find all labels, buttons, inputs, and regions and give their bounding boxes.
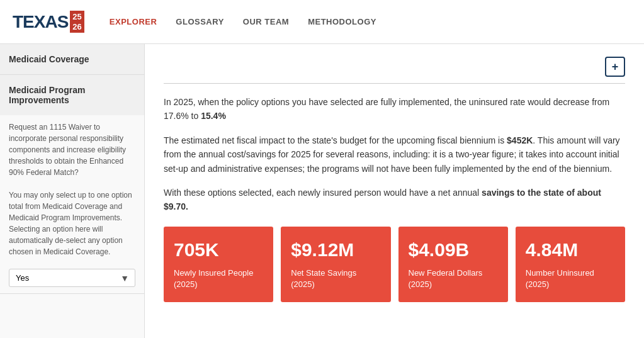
highlight-fiscal: $452K <box>507 135 533 145</box>
sidebar: Medicaid Coverage Medicaid Program Impro… <box>0 44 145 338</box>
paragraph-1-text: In 2025, when the policy options you hav… <box>164 97 609 121</box>
nav-our-team[interactable]: OUR TEAM <box>243 17 289 26</box>
nav-explorer[interactable]: EXPLORER <box>110 17 157 26</box>
stat-value-0: 705K <box>174 239 263 260</box>
paragraph-2-prefix: The estimated net fiscal impact to the s… <box>164 135 507 145</box>
stat-value-3: 4.84M <box>526 239 615 260</box>
stat-value-2: $4.09B <box>409 239 498 260</box>
logo-year: 2526 <box>70 11 84 33</box>
main-layout: Medicaid Coverage Medicaid Program Impro… <box>0 44 644 338</box>
improvements-select[interactable]: Yes No <box>9 269 135 287</box>
main-nav: EXPLORER GLOSSARY OUR TEAM METHODOLOGY <box>110 17 376 26</box>
stat-label-2: New Federal Dollars (2025) <box>409 268 498 290</box>
nav-methodology[interactable]: METHODOLOGY <box>308 17 376 26</box>
stat-card-0: 705K Newly Insured People (2025) <box>164 227 273 302</box>
paragraph-2: The estimated net fiscal impact to the s… <box>164 133 625 176</box>
stat-card-3: 4.84M Number Uninsured (2025) <box>516 227 625 302</box>
stat-value-1: $9.12M <box>291 239 380 260</box>
header: TEXAS 2526 EXPLORER GLOSSARY OUR TEAM ME… <box>0 0 644 44</box>
paragraph-3-prefix: With these options selected, each newly … <box>164 188 482 198</box>
sidebar-description-improvements: Request an 1115 Waiver to incorporate pe… <box>0 115 144 184</box>
main-content: + In 2025, when the policy options you h… <box>145 44 644 338</box>
sidebar-note-improvements: You may only select up to one option tot… <box>0 184 144 262</box>
paragraph-3: With these options selected, each newly … <box>164 186 625 214</box>
sidebar-title-coverage[interactable]: Medicaid Coverage <box>0 44 144 74</box>
logo-texas-text: TEXAS <box>13 12 68 32</box>
content-header: + <box>164 57 625 77</box>
sidebar-select-wrapper: Yes No ▼ <box>0 262 144 293</box>
stat-label-3: Number Uninsured (2025) <box>526 268 615 290</box>
sidebar-title-improvements[interactable]: Medicaid Program Improvements <box>0 75 144 115</box>
logo: TEXAS 2526 <box>13 11 84 33</box>
content-divider <box>164 83 625 84</box>
paragraph-1: In 2025, when the policy options you hav… <box>164 95 625 123</box>
stats-grid: 705K Newly Insured People (2025) $9.12M … <box>164 227 625 302</box>
nav-glossary[interactable]: GLOSSARY <box>176 17 223 26</box>
highlight-rate: 15.4% <box>201 111 226 121</box>
stat-card-2: $4.09B New Federal Dollars (2025) <box>398 227 508 302</box>
sidebar-section-coverage: Medicaid Coverage <box>0 44 144 75</box>
stat-label-1: Net State Savings (2025) <box>291 268 380 290</box>
stat-card-1: $9.12M Net State Savings (2025) <box>281 227 390 302</box>
expand-button[interactable]: + <box>605 57 625 77</box>
stat-label-0: Newly Insured People (2025) <box>174 268 263 290</box>
sidebar-section-improvements: Medicaid Program Improvements Request an… <box>0 75 144 294</box>
